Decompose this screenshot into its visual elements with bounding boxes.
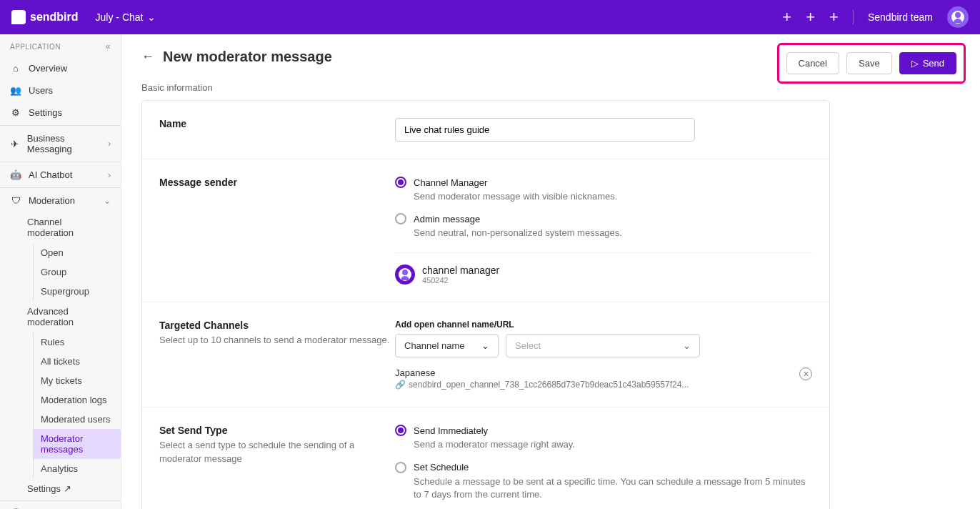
chevron-right-icon: › xyxy=(108,139,111,149)
gear-icon: ⚙ xyxy=(10,107,21,118)
send-icon: ✈ xyxy=(10,139,20,149)
sidebar-sub-my-tickets[interactable]: My tickets xyxy=(34,371,121,390)
avatar-icon xyxy=(951,11,964,24)
home-icon: ⌂ xyxy=(10,63,21,74)
radio-icon xyxy=(395,425,406,436)
basic-info-panel: Name Message sender xyxy=(141,100,830,509)
sidebar-sub-rules[interactable]: Rules xyxy=(34,332,121,352)
sidebar-sub-advanced[interactable]: Advanced moderation xyxy=(0,301,121,332)
sidebar-label: Overview xyxy=(29,63,67,74)
send-label: Send xyxy=(923,58,944,69)
header-actions-highlight: Cancel Save ▷ Send xyxy=(777,43,966,84)
sidebar-sub-supergroup[interactable]: Supergroup xyxy=(34,282,121,301)
chip-url: sendbird_open_channel_738_1cc26685d73e7b… xyxy=(409,380,689,390)
section-title-basic: Basic information xyxy=(141,82,830,93)
collapse-sidebar-icon[interactable]: « xyxy=(106,41,111,51)
chip-name: Japanese xyxy=(395,367,792,378)
sidebar-sub-analytics[interactable]: Analytics xyxy=(34,459,121,478)
channel-type-select[interactable]: Channel name ⌄ xyxy=(395,334,499,357)
sidebar-sub-settings-ext[interactable]: Settings ↗ xyxy=(0,478,121,499)
sidebar-sub-mod-users[interactable]: Moderated users xyxy=(34,410,121,429)
sidebar-item-business-messaging[interactable]: ✈ Business Messaging › xyxy=(0,127,121,160)
select-placeholder: Select xyxy=(515,340,541,351)
sidebar-item-chat[interactable]: 💬 Chat › xyxy=(0,503,121,509)
app-selector[interactable]: July - Chat ⌄ xyxy=(96,11,156,23)
sender-name: channel manager xyxy=(422,265,499,276)
sidebar-item-moderation[interactable]: 🛡 Moderation ⌄ xyxy=(0,189,121,212)
cancel-button[interactable]: Cancel xyxy=(786,52,839,74)
radio-label: Set Schedule xyxy=(414,462,469,473)
sidebar: APPLICATION « ⌂ Overview 👥 Users ⚙ Setti… xyxy=(0,34,121,509)
user-avatar[interactable] xyxy=(947,6,969,28)
plus-button-1[interactable]: + xyxy=(782,8,791,26)
plus-button-2[interactable]: + xyxy=(806,8,815,26)
sidebar-label: Users xyxy=(29,85,53,96)
targeted-sub: Select up to 10 channels to send a moder… xyxy=(159,334,395,347)
sendtype-sub: Select a send type to schedule the sendi… xyxy=(159,439,395,465)
back-arrow-icon[interactable]: ← xyxy=(141,49,154,64)
sidebar-sub-open[interactable]: Open xyxy=(34,243,121,262)
shield-icon: 🛡 xyxy=(10,195,21,206)
remove-channel-button[interactable]: ✕ xyxy=(799,367,812,380)
chevron-down-icon: ⌄ xyxy=(104,196,111,206)
radio-channel-manager[interactable]: Channel Manager Send moderator message w… xyxy=(395,177,812,203)
plus-button-3[interactable]: + xyxy=(829,8,839,26)
sidebar-sub-all-tickets[interactable]: All tickets xyxy=(34,352,121,371)
sidebar-item-users[interactable]: 👥 Users xyxy=(0,79,121,102)
topbar-right: + + + Sendbird team xyxy=(782,6,969,28)
radio-send-immediately[interactable]: Send Immediately Send a moderator messag… xyxy=(395,425,812,451)
radio-desc: Send a moderator message right away. xyxy=(414,438,812,451)
brand-logo[interactable]: sendbird xyxy=(11,10,79,24)
sender-avatar-icon xyxy=(395,265,415,285)
name-label: Name xyxy=(159,118,395,129)
row-name: Name xyxy=(142,101,829,159)
topbar: sendbird July - Chat ⌄ + + + Sendbird te… xyxy=(0,0,980,34)
link-icon: 🔗 xyxy=(395,380,406,390)
radio-desc: Schedule a message to be sent at a speci… xyxy=(414,475,812,501)
sidebar-sub-mod-messages[interactable]: Moderator messages xyxy=(34,429,121,459)
send-button[interactable]: ▷ Send xyxy=(899,52,956,74)
targeted-label: Targeted Channels xyxy=(159,320,395,331)
sidebar-label: Business Messaging xyxy=(27,133,101,154)
sidebar-item-overview[interactable]: ⌂ Overview xyxy=(0,57,121,79)
sender-id: 450242 xyxy=(422,276,499,285)
separator xyxy=(0,500,121,501)
row-sendtype: Set Send Type Select a send type to sche… xyxy=(142,407,829,509)
chevron-down-icon: ⌄ xyxy=(481,340,489,351)
app-selector-label: July - Chat xyxy=(96,11,144,23)
selected-channel-chip: Japanese 🔗 sendbird_open_channel_738_1cc… xyxy=(395,367,812,390)
team-name[interactable]: Sendbird team xyxy=(868,11,933,23)
chevron-right-icon: › xyxy=(108,170,111,180)
sidebar-label: Settings xyxy=(29,107,62,118)
name-input[interactable] xyxy=(395,118,695,142)
sidebar-item-settings[interactable]: ⚙ Settings xyxy=(0,102,121,124)
sidebar-item-ai-chatbot[interactable]: 🤖 AI Chatbot › xyxy=(0,164,121,186)
users-icon: 👥 xyxy=(10,85,21,96)
radio-icon xyxy=(395,213,406,224)
channel-select[interactable]: Select ⌄ xyxy=(506,334,700,357)
save-button[interactable]: Save xyxy=(846,52,892,74)
radio-admin-message[interactable]: Admin message Send neutral, non-personal… xyxy=(395,213,812,239)
radio-label: Admin message xyxy=(414,214,480,224)
radio-desc: Send neutral, non-personalized system me… xyxy=(414,227,812,239)
selected-sender-card: channel manager 450242 xyxy=(395,252,812,285)
radio-label: Send Immediately xyxy=(414,425,488,436)
separator xyxy=(0,125,121,126)
separator xyxy=(0,162,121,162)
sidebar-section-label: APPLICATION xyxy=(10,43,61,51)
sidebar-label: AI Chatbot xyxy=(29,169,72,180)
close-icon: ✕ xyxy=(803,370,809,379)
person-icon xyxy=(399,268,411,281)
radio-desc: Send moderator message with visible nick… xyxy=(414,190,812,203)
chevron-down-icon: ⌄ xyxy=(147,11,156,23)
chevron-down-icon: ⌄ xyxy=(683,340,691,351)
sidebar-sub-group[interactable]: Group xyxy=(34,262,121,282)
page-title: New moderator message xyxy=(163,49,332,65)
divider xyxy=(853,10,854,24)
radio-set-schedule[interactable]: Set Schedule Schedule a message to be se… xyxy=(395,462,812,501)
row-sender: Message sender Channel Manager Send mode… xyxy=(142,159,829,302)
radio-icon xyxy=(395,177,406,188)
sidebar-sub-channel-moderation[interactable]: Channel moderation xyxy=(0,212,121,243)
sidebar-sub-mod-logs[interactable]: Moderation logs xyxy=(34,390,121,410)
paper-plane-icon: ▷ xyxy=(911,58,919,69)
